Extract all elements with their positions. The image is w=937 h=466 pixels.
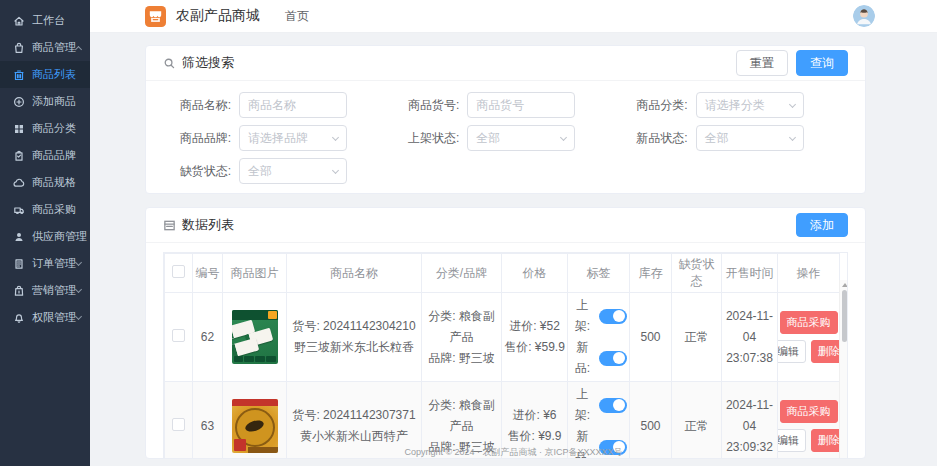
purchase-button[interactable]: 商品采购 <box>780 400 838 423</box>
field-label: 上架状态: <box>391 130 467 147</box>
sidebar-item-label: 商品品牌 <box>32 148 76 163</box>
out-of-stock-select[interactable]: 全部 <box>239 158 347 184</box>
scrollbar-thumb[interactable] <box>842 290 847 342</box>
delete-button[interactable]: 删除 <box>811 340 840 363</box>
chevron-down-icon <box>560 133 567 140</box>
workbench-home-icon <box>13 15 25 27</box>
cell-sale-time: 2024-11-0423:07:38 <box>722 293 778 382</box>
reset-button[interactable]: 重置 <box>736 50 788 76</box>
cell-actions: 商品采购 编辑 删除 <box>778 293 840 382</box>
col-header-name: 商品名称 <box>287 254 422 293</box>
sidebar-item-product-purchase[interactable]: 商品采购 <box>0 196 90 223</box>
sidebar: 工作台 商品管理 商品列表 添加商品 商品分类 商品品牌 商品规格 商品采购 供… <box>0 0 90 466</box>
sidebar-item-order-manage[interactable]: 订单管理 <box>0 250 90 277</box>
sidebar-item-label: 添加商品 <box>32 94 76 109</box>
main-content: 筛选搜索 重置 查询 商品名称: 商品货号: 商品分类: 请选择分类 <box>145 45 866 459</box>
product-sku-input[interactable] <box>467 92 575 118</box>
permission-manage-icon <box>13 312 25 324</box>
data-list-panel: 数据列表 添加 编号 商品图片 商品名称 分类/品牌 价格 标签 <box>145 207 866 459</box>
sidebar-item-label: 商品采购 <box>32 202 76 217</box>
search-icon <box>163 57 176 70</box>
add-product-icon <box>13 96 25 108</box>
sidebar-item-label: 权限管理 <box>32 310 76 325</box>
sidebar-item-workbench[interactable]: 工作台 <box>0 7 90 34</box>
cell-stock: 500 <box>630 293 672 382</box>
sidebar-item-product-category[interactable]: 商品分类 <box>0 115 90 142</box>
field-label: 缺货状态: <box>163 163 239 180</box>
user-avatar[interactable] <box>853 5 875 27</box>
col-header-image: 商品图片 <box>223 254 287 293</box>
sidebar-item-product-list[interactable]: 商品列表 <box>0 61 90 88</box>
product-category-icon <box>13 123 25 135</box>
chevron-up-icon <box>75 45 82 52</box>
purchase-button[interactable]: 商品采购 <box>780 311 838 334</box>
sidebar-item-add-product[interactable]: 添加商品 <box>0 88 90 115</box>
storefront-logo-icon <box>145 6 166 27</box>
query-button[interactable]: 查询 <box>796 50 848 76</box>
product-manage-icon <box>13 42 25 54</box>
cell-name: 货号: 20241142304210野三坡新米东北长粒香 <box>287 293 422 382</box>
filter-search-panel: 筛选搜索 重置 查询 商品名称: 商品货号: 商品分类: 请选择分类 <box>145 45 866 194</box>
chevron-down-icon <box>789 100 796 107</box>
product-brand-select[interactable]: 请选择品牌 <box>239 125 347 151</box>
scroll-up-arrow-icon[interactable] <box>842 283 848 287</box>
cell-category-brand: 分类: 粮食副产品品牌: 野三坡 <box>422 293 502 382</box>
filter-panel-title: 筛选搜索 <box>182 54 234 72</box>
product-table: 编号 商品图片 商品名称 分类/品牌 价格 标签 库存 缺货状态 开售时间 操作 <box>163 252 848 459</box>
select-all-checkbox[interactable] <box>172 265 185 278</box>
publish-toggle-on[interactable] <box>599 309 627 324</box>
col-header-tags: 标签 <box>568 254 630 293</box>
field-label: 商品分类: <box>620 97 696 114</box>
product-list-icon <box>13 69 25 81</box>
chevron-down-icon <box>332 133 339 140</box>
row-checkbox[interactable] <box>172 329 185 342</box>
data-list-header: 数据列表 添加 <box>146 208 865 243</box>
sidebar-item-product-brand[interactable]: 商品品牌 <box>0 142 90 169</box>
cell-tags: 上架: 新品: <box>568 293 630 382</box>
data-list-icon <box>163 219 176 232</box>
table-row: 62 货号: 20241142304210野三坡新米东北长粒香 分类: 粮食副产… <box>165 293 840 382</box>
edit-button[interactable]: 编辑 <box>778 340 807 363</box>
chevron-down-icon <box>789 133 796 140</box>
filter-panel-header: 筛选搜索 重置 查询 <box>146 46 865 81</box>
sidebar-item-label: 商品分类 <box>32 121 76 136</box>
filter-form: 商品名称: 商品货号: 商品分类: 请选择分类 商品品牌: 请选择品牌 <box>146 81 865 193</box>
field-label: 商品品牌: <box>163 130 239 147</box>
top-header: 农副产品商城 首页 <box>90 0 937 33</box>
supplier-icon <box>13 231 25 243</box>
sidebar-item-marketing-manage[interactable]: 营销管理 <box>0 277 90 304</box>
product-name-input[interactable] <box>239 92 347 118</box>
product-brand-icon <box>13 150 25 162</box>
field-label: 商品货号: <box>391 97 467 114</box>
product-category-select[interactable]: 请选择分类 <box>696 92 804 118</box>
table-scrollbar[interactable] <box>839 280 847 459</box>
product-purchase-icon <box>13 204 25 216</box>
cell-stock-status: 正常 <box>672 293 722 382</box>
product-spec-icon <box>13 177 25 189</box>
footer-copyright: Copyright © 2024 · 农副产品商城 · 京ICP备XXXXXX号 <box>90 446 937 459</box>
nav-home-link[interactable]: 首页 <box>285 8 309 25</box>
order-manage-icon <box>13 258 25 270</box>
app-title: 农副产品商城 <box>176 7 260 25</box>
add-button[interactable]: 添加 <box>796 213 848 237</box>
chevron-down-icon <box>75 313 82 320</box>
sidebar-item-supplier-manage[interactable]: 供应商管理 <box>0 223 90 250</box>
sidebar-item-product-spec[interactable]: 商品规格 <box>0 169 90 196</box>
sidebar-item-label: 营销管理 <box>32 283 76 298</box>
new-toggle-on[interactable] <box>599 351 627 366</box>
col-header-category: 分类/品牌 <box>422 254 502 293</box>
product-image-green-rice <box>232 310 278 364</box>
product-image-yellow-millet <box>232 399 278 453</box>
cell-id: 62 <box>193 293 223 382</box>
row-checkbox[interactable] <box>172 418 185 431</box>
sidebar-item-label: 供应商管理 <box>32 229 87 244</box>
publish-toggle-on[interactable] <box>599 398 627 413</box>
field-label: 商品名称: <box>163 97 239 114</box>
table-header-row: 编号 商品图片 商品名称 分类/品牌 价格 标签 库存 缺货状态 开售时间 操作 <box>165 254 840 293</box>
publish-status-select[interactable]: 全部 <box>467 125 575 151</box>
chevron-down-icon <box>75 286 82 293</box>
chevron-down-icon <box>332 166 339 173</box>
new-status-select[interactable]: 全部 <box>696 125 804 151</box>
sidebar-item-product-manage[interactable]: 商品管理 <box>0 34 90 61</box>
sidebar-item-permission-manage[interactable]: 权限管理 <box>0 304 90 331</box>
